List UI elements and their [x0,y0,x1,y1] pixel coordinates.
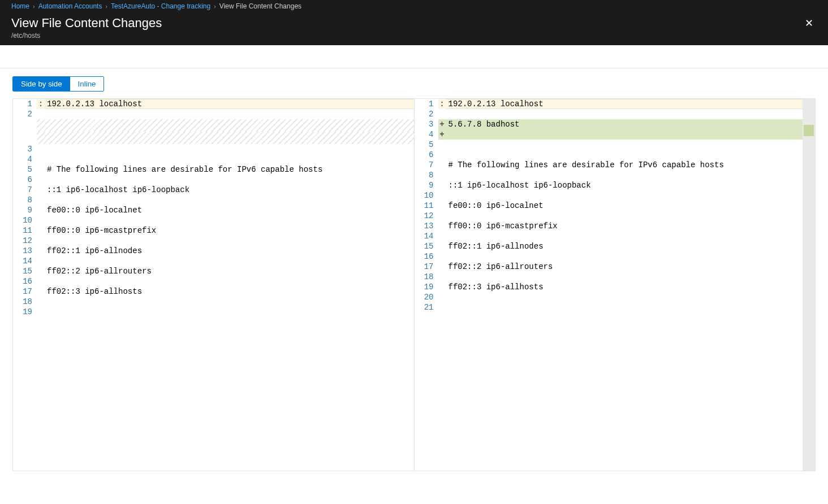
tab-inline[interactable]: Inline [70,77,104,91]
change-marker [37,266,45,276]
code-content: ff02::1 ip6-allnodes [45,246,414,256]
diff-row: 19 [13,307,414,317]
line-number: 18 [415,272,438,282]
diff-row: 18 [13,297,414,307]
diff-row: 8 [415,170,816,180]
page-subtitle: /etc/hosts [11,32,162,40]
line-number: 19 [415,282,438,292]
code-content [446,231,816,241]
code-content [45,236,414,246]
diff-row: 4 [13,154,414,164]
diff-row: 14 [415,231,816,241]
code-content: ff02::3 ip6-allhosts [446,282,816,292]
change-marker [438,211,446,221]
code-content: ff02::2 ip6-allrouters [446,262,816,272]
code-content [45,132,414,144]
diff-row [13,132,414,144]
code-content: 192.0.2.13 localhost [446,99,816,109]
diff-row [13,119,414,132]
code-content [446,190,816,201]
code-content [446,109,816,119]
change-marker [37,164,45,175]
line-number: 15 [13,266,37,276]
code-content [45,256,414,266]
minimap-added-marker [804,125,814,136]
code-content [446,302,816,312]
change-marker: + [438,129,446,140]
content-area: Side by sideInline 1:192.0.2.13 localhos… [0,68,828,471]
code-content: ff02::2 ip6-allrouters [45,266,414,276]
line-number: 11 [415,201,438,211]
diff-row: 13ff00::0 ip6-mcastprefix [415,221,816,231]
code-content [446,129,816,140]
line-number: 9 [13,205,37,215]
line-number: 10 [415,190,438,201]
diff-row: 12 [415,211,816,221]
change-marker [37,225,45,236]
line-number: 11 [13,225,37,236]
change-marker [37,246,45,256]
change-marker [37,195,45,205]
diff-pane-original: 1:192.0.2.13 localhost2345# The followin… [13,99,415,471]
line-number: 14 [415,231,438,241]
diff-row: 18 [415,272,816,282]
breadcrumb-item[interactable]: Home [11,2,29,10]
line-number: 4 [415,129,438,140]
line-number: 18 [13,297,37,307]
diff-row: 16 [13,276,414,286]
line-number: 1 [415,99,438,109]
change-marker [37,205,45,215]
change-marker [37,175,45,185]
change-marker: + [438,119,446,129]
diff-row: 8 [13,195,414,205]
diff-row: 15ff02::2 ip6-allrouters [13,266,414,276]
breadcrumb-item[interactable]: Automation Accounts [38,2,102,10]
diff-row: 19ff02::3 ip6-allhosts [415,282,816,292]
diff-row: 2 [415,109,816,119]
diff-row: 9fe00::0 ip6-localnet [13,205,414,215]
close-icon[interactable]: ✕ [801,16,817,31]
line-number: 8 [13,195,37,205]
diff-row: 3 [13,144,414,154]
change-marker [438,109,446,119]
chevron-right-icon: › [33,3,35,10]
line-number: 12 [415,211,438,221]
code-content: ff02::1 ip6-allnodes [446,241,816,251]
view-mode-segmented: Side by sideInline [12,76,104,92]
diff-pane-modified: 1:192.0.2.13 localhost23+5.6.7.8 badhost… [415,99,816,471]
change-marker [37,119,45,132]
change-marker [37,215,45,225]
line-number [13,119,37,132]
change-marker [438,231,446,241]
line-number: 12 [13,236,37,246]
line-number: 2 [13,109,37,119]
minimap-scrollbar[interactable] [803,99,815,471]
diff-row: 3+5.6.7.8 badhost [415,119,816,129]
diff-table-right: 1:192.0.2.13 localhost23+5.6.7.8 badhost… [415,99,816,312]
line-number: 17 [13,286,37,297]
diff-row: 15ff02::1 ip6-allnodes [415,241,816,251]
code-content [446,150,816,160]
change-marker [37,307,45,317]
tab-side-by-side[interactable]: Side by side [13,77,70,91]
line-number: 17 [415,262,438,272]
diff-row: 20 [415,292,816,302]
breadcrumb-item[interactable]: TestAzureAuto - Change tracking [111,2,210,10]
change-marker [438,140,446,150]
code-content: fe00::0 ip6-localnet [45,205,414,215]
change-marker [438,302,446,312]
diff-row: 7# The following lines are desirable for… [415,160,816,170]
line-number: 9 [415,180,438,190]
diff-row: 5# The following lines are desirable for… [13,164,414,175]
header-bar: Home›Automation Accounts›TestAzureAuto -… [0,0,828,45]
change-marker [438,201,446,211]
change-marker [438,292,446,302]
code-content [446,251,816,262]
change-marker [37,297,45,307]
line-number: 19 [13,307,37,317]
chevron-right-icon: › [105,3,107,10]
diff-row: 1:192.0.2.13 localhost [415,99,816,109]
code-content [45,144,414,154]
line-number: 15 [415,241,438,251]
change-marker [438,251,446,262]
